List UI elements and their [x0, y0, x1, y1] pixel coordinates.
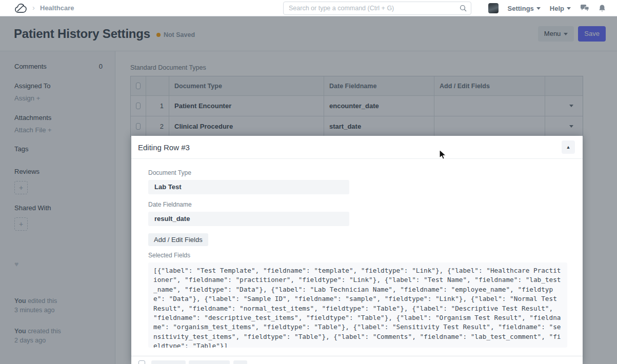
cell-date-fieldname[interactable]: start_date: [329, 123, 361, 130]
bell-icon[interactable]: [599, 4, 606, 12]
created-by: You: [14, 328, 26, 335]
reviews-label: Reviews: [14, 168, 103, 175]
global-search[interactable]: [283, 2, 471, 15]
row-checkbox[interactable]: [136, 103, 141, 109]
add-share-button[interactable]: +: [14, 217, 28, 231]
shared-with-label: Shared With: [14, 204, 103, 212]
app-logo-icon[interactable]: [14, 3, 27, 13]
created-time: 2 days ago: [14, 336, 103, 345]
navbar-left: › Healthcare: [0, 3, 74, 13]
footer-checkbox[interactable]: [138, 360, 145, 364]
attach-file-label: Attach File: [14, 126, 46, 134]
comments-section[interactable]: Comments 0: [14, 63, 103, 70]
user-avatar[interactable]: [488, 3, 499, 13]
save-button-label: Save: [584, 30, 600, 37]
column-header-actions: [545, 76, 583, 95]
edited-action: edited this: [28, 297, 57, 305]
select-all-checkbox[interactable]: [136, 83, 141, 89]
row-index: 2: [160, 123, 164, 130]
page-head: Patient History Settings Not Saved Menu …: [0, 16, 617, 51]
cell-document-type[interactable]: Patient Encounter: [174, 102, 231, 110]
grid-footer-button[interactable]: [189, 360, 230, 364]
settings-menu[interactable]: Settings: [508, 5, 541, 12]
attach-file-button[interactable]: Attach File +: [14, 126, 103, 134]
edit-panel-header: Editing Row #3 ▲: [131, 136, 583, 159]
collapse-row-button[interactable]: ▲: [562, 140, 575, 154]
add-edit-fields-button[interactable]: Add / Edit Fields: [148, 233, 208, 246]
search-input[interactable]: [289, 5, 460, 12]
selected-fields-textarea[interactable]: [{"label": "Test Template", "fieldname":…: [148, 262, 567, 348]
help-menu[interactable]: Help: [550, 5, 571, 12]
row-expand-icon[interactable]: [569, 105, 573, 107]
created-action: created this: [28, 328, 61, 335]
edit-panel-title: Editing Row #3: [138, 143, 190, 152]
page-actions: Menu Save: [538, 26, 606, 42]
like-heart-icon[interactable]: ♥: [14, 260, 103, 268]
table-row[interactable]: 2 Clinical Procedure start_date: [131, 116, 583, 136]
row-expand-icon[interactable]: [569, 125, 573, 128]
status-dot-icon: [156, 33, 161, 37]
cell-add-edit-fields[interactable]: [434, 116, 545, 136]
navbar: › Healthcare Settings Help: [0, 0, 617, 16]
navbar-right: Settings Help: [488, 0, 606, 16]
plus-icon: +: [36, 94, 41, 102]
breadcrumb-chevron-icon: ›: [32, 4, 35, 11]
comments-count: 0: [99, 63, 103, 70]
menu-button[interactable]: Menu: [538, 26, 574, 42]
row-index: 1: [160, 102, 164, 110]
form-sidebar: Comments 0 Assigned To Assign + Attachme…: [0, 51, 115, 364]
column-header-document-type: Document Type: [169, 76, 324, 95]
title-group: Patient History Settings Not Saved: [14, 27, 195, 41]
breadcrumb[interactable]: Healthcare: [40, 4, 74, 12]
cell-document-type[interactable]: Clinical Procedure: [174, 123, 233, 130]
date-fieldname-label: Date Fieldname: [148, 201, 567, 208]
tags-label: Tags: [14, 145, 103, 153]
edited-time: 3 minutes ago: [14, 306, 103, 315]
status-text: Not Saved: [164, 31, 195, 38]
plus-icon: +: [19, 184, 23, 192]
page-title: Patient History Settings: [14, 27, 150, 41]
settings-label: Settings: [508, 5, 534, 12]
grid-header-row: Document Type Date Fieldname Add / Edit …: [131, 76, 583, 95]
cell-add-edit-fields[interactable]: [434, 96, 545, 116]
plus-icon: +: [19, 220, 23, 228]
document-type-label: Document Type: [148, 169, 567, 176]
menu-button-label: Menu: [544, 30, 561, 37]
grid-row-edit-panel: Editing Row #3 ▲ Document Type Lab Test …: [131, 136, 583, 364]
standard-document-types-grid: Document Type Date Fieldname Add / Edit …: [130, 76, 583, 137]
document-type-field[interactable]: Lab Test: [148, 180, 349, 194]
chevron-down-icon: [567, 7, 571, 10]
cell-date-fieldname[interactable]: encounter_date: [329, 102, 379, 110]
date-fieldname-field[interactable]: result_date: [148, 212, 349, 226]
collapse-up-icon: ▲: [566, 145, 571, 150]
assign-label: Assign: [14, 94, 34, 102]
attachments-label: Attachments: [14, 114, 103, 122]
chevron-down-icon: [536, 7, 541, 10]
grid-label: Standard Document Types: [130, 64, 617, 71]
assign-button[interactable]: Assign +: [14, 94, 103, 102]
help-label: Help: [550, 5, 564, 12]
comments-label: Comments: [14, 63, 47, 70]
created-meta: You created this 2 days ago: [14, 327, 103, 345]
add-review-button[interactable]: +: [14, 181, 28, 194]
grid-footer-button[interactable]: [151, 360, 186, 364]
edited-by: You: [14, 297, 26, 305]
plus-icon: +: [48, 126, 52, 134]
assigned-to-label: Assigned To: [14, 82, 103, 90]
grid-footer: [131, 356, 583, 364]
row-checkbox[interactable]: [136, 123, 141, 130]
edited-meta: You edited this 3 minutes ago: [14, 297, 103, 315]
selected-fields-label: Selected Fields: [148, 252, 567, 259]
save-status-indicator: Not Saved: [156, 31, 195, 38]
chevron-down-icon: [564, 33, 568, 35]
table-row[interactable]: 1 Patient Encounter encounter_date: [131, 95, 583, 116]
chat-icon[interactable]: [580, 4, 589, 12]
column-header-date-fieldname: Date Fieldname: [324, 76, 434, 95]
column-header-add-edit-fields: Add / Edit Fields: [434, 76, 545, 95]
save-button[interactable]: Save: [578, 26, 606, 42]
app-window: › Healthcare Settings Help: [0, 0, 617, 364]
edit-panel-body: Document Type Lab Test Date Fieldname re…: [131, 159, 583, 348]
row-index-header: [146, 76, 169, 95]
search-icon: [460, 5, 467, 12]
grid-footer-button[interactable]: [233, 360, 247, 364]
